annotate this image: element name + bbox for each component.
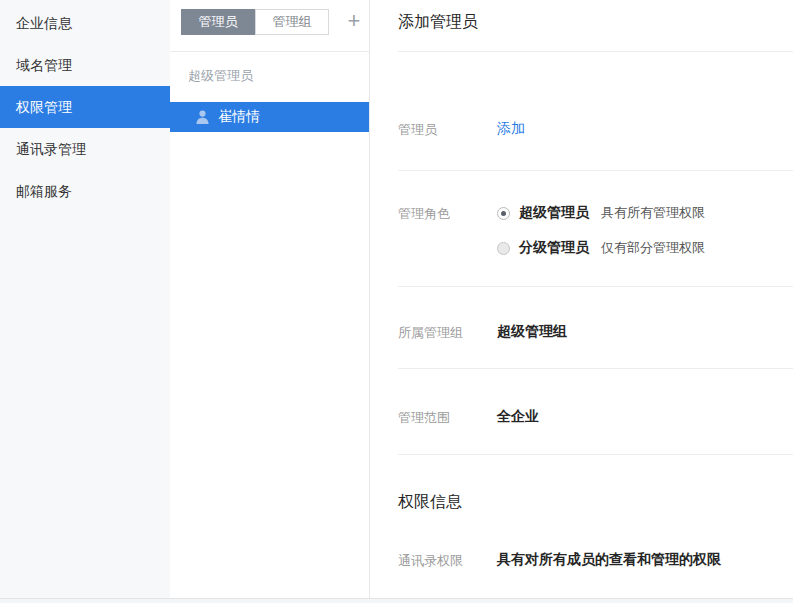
radio-option-name: 分级管理员 xyxy=(519,239,589,257)
person-icon xyxy=(196,110,209,124)
member-group-header: 超级管理员 xyxy=(188,67,369,85)
member-tabs-bar: 管理员 管理组 + xyxy=(170,0,369,52)
radio-option-desc: 仅有部分管理权限 xyxy=(601,239,705,257)
tab-administrators[interactable]: 管理员 xyxy=(181,9,255,35)
role-label: 管理角色 xyxy=(398,204,497,223)
contacts-permission-label: 通讯录权限 xyxy=(398,551,497,570)
add-admin-plus-icon[interactable]: + xyxy=(341,9,367,35)
scope-value: 全企业 xyxy=(497,408,539,426)
member-list-panel: 管理员 管理组 + 超级管理员 崔情情 xyxy=(170,0,370,598)
sidebar-item-contacts-management[interactable]: 通讯录管理 xyxy=(0,128,170,170)
radio-option-super-admin[interactable]: 超级管理员 具有所有管理权限 xyxy=(497,204,705,222)
admin-label: 管理员 xyxy=(398,120,497,139)
admin-section: 管理员 添加 xyxy=(398,52,793,171)
sidebar: 企业信息 域名管理 权限管理 通讯录管理 邮箱服务 xyxy=(0,0,170,598)
permission-info-title: 权限信息 xyxy=(398,492,793,513)
member-list-item[interactable]: 崔情情 xyxy=(170,102,369,132)
scope-label: 管理范围 xyxy=(398,408,497,427)
group-section: 所属管理组 超级管理组 xyxy=(398,287,793,369)
scope-section: 管理范围 全企业 xyxy=(398,369,793,455)
radio-unchecked-icon[interactable] xyxy=(497,242,510,255)
group-label: 所属管理组 xyxy=(398,323,497,342)
sidebar-item-mailbox-service[interactable]: 邮箱服务 xyxy=(0,170,170,212)
group-value: 超级管理组 xyxy=(497,323,567,341)
member-name: 崔情情 xyxy=(218,108,260,126)
permission-info-section: 权限信息 通讯录权限 具有对所有成员的查看和管理的权限 xyxy=(398,455,793,570)
radio-option-name: 超级管理员 xyxy=(519,204,589,222)
radio-option-tiered-admin[interactable]: 分级管理员 仅有部分管理权限 xyxy=(497,239,705,257)
radio-checked-icon[interactable] xyxy=(497,207,510,220)
detail-header: 添加管理员 xyxy=(398,0,793,52)
sidebar-item-domain-management[interactable]: 域名管理 xyxy=(0,44,170,86)
contacts-permission-value: 具有对所有成员的查看和管理的权限 xyxy=(497,551,721,569)
main-area: 企业信息 域名管理 权限管理 通讯录管理 邮箱服务 管理员 管理组 + 超级管理… xyxy=(0,0,793,598)
admin-console: 企业信息 域名管理 权限管理 通讯录管理 邮箱服务 管理员 管理组 + 超级管理… xyxy=(0,0,793,603)
sidebar-item-company-info[interactable]: 企业信息 xyxy=(0,2,170,44)
role-options: 超级管理员 具有所有管理权限 分级管理员 仅有部分管理权限 xyxy=(497,204,705,257)
bottom-bar xyxy=(0,598,793,603)
tab-admin-groups[interactable]: 管理组 xyxy=(255,9,329,35)
detail-panel: 添加管理员 管理员 添加 管理角色 超级管理员 具有所有管理权限 xyxy=(370,0,793,598)
radio-option-desc: 具有所有管理权限 xyxy=(601,204,705,222)
sidebar-item-permission-management[interactable]: 权限管理 xyxy=(0,86,170,128)
page-title: 添加管理员 xyxy=(398,12,793,33)
role-section: 管理角色 超级管理员 具有所有管理权限 分级管理员 仅有部分管理权限 xyxy=(398,171,793,287)
add-admin-link[interactable]: 添加 xyxy=(497,120,525,138)
